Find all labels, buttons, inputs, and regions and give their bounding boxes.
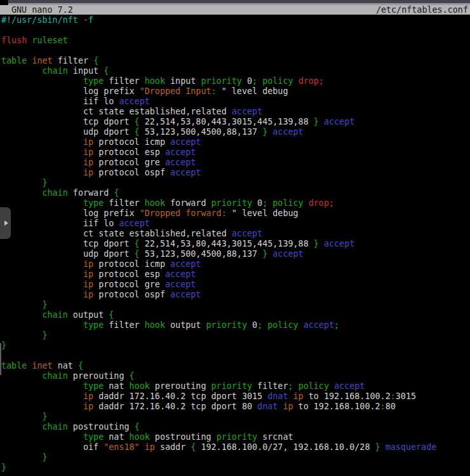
code-line: ip protocol gre accept bbox=[0, 280, 470, 290]
code-line: chain output { bbox=[0, 310, 470, 320]
code-line: type nat hook postrouting priority srcna… bbox=[0, 432, 470, 442]
code-line: ct state established,related accept bbox=[0, 107, 470, 117]
code-line: chain input { bbox=[0, 66, 470, 76]
app-title: GNU nano 7.2 bbox=[0, 5, 73, 15]
code-line: type filter hook output priority 0; poli… bbox=[0, 320, 470, 330]
code-line: tcp dport { 22,514,53,80,443,3015,445,13… bbox=[0, 117, 470, 127]
code-line bbox=[0, 46, 470, 56]
code-line: ip protocol icmp accept bbox=[0, 259, 470, 269]
code-line: log prefix "Dropped Input: " level debug bbox=[0, 86, 470, 97]
scrollbar-remnant bbox=[0, 343, 1, 375]
code-line: } bbox=[0, 452, 470, 463]
code-line: } bbox=[0, 463, 470, 473]
code-line: type filter hook input priority 0; polic… bbox=[0, 76, 470, 86]
nano-titlebar: GNU nano 7.2 /etc/nftables.conf bbox=[0, 5, 470, 15]
file-path: /etc/nftables.conf bbox=[376, 5, 470, 15]
window-corner-notch bbox=[0, 0, 8, 5]
code-line: ip protocol gre accept bbox=[0, 158, 470, 168]
code-line: } bbox=[0, 412, 470, 422]
code-line: } bbox=[0, 341, 470, 351]
code-line: } bbox=[0, 178, 470, 188]
code-line: udp dport { 53,123,500,4500,88,137 } acc… bbox=[0, 249, 470, 259]
code-line bbox=[0, 25, 470, 36]
code-line: ip daddr 172.16.40.2 tcp dport 80 dnat i… bbox=[0, 402, 470, 412]
code-line: udp dport { 53,123,500,4500,88,137 } acc… bbox=[0, 127, 470, 137]
code-line: } bbox=[0, 330, 470, 341]
code-line: } bbox=[0, 300, 470, 310]
code-line: table inet filter { bbox=[0, 56, 470, 66]
code-line: flush ruleset bbox=[0, 36, 470, 46]
chevron-right-icon bbox=[4, 221, 8, 226]
code-line: type nat hook prerouting priority filter… bbox=[0, 381, 470, 391]
code-line: ip protocol ospf accept bbox=[0, 290, 470, 300]
code-line: oif "ens18" ip saddr { 192.168.100.0/27,… bbox=[0, 442, 470, 452]
code-line: log prefix "Dropped forward: " level deb… bbox=[0, 208, 470, 219]
code-line: chain postrouting { bbox=[0, 422, 470, 432]
code-line: ip daddr 172.16.40.2 tcp dport 3015 dnat… bbox=[0, 391, 470, 402]
code-line bbox=[0, 351, 470, 361]
code-line: iif lo accept bbox=[0, 97, 470, 107]
code-line: chain forward { bbox=[0, 188, 470, 198]
code-line: table inet nat { bbox=[0, 361, 470, 371]
side-panel-handle[interactable] bbox=[0, 207, 11, 239]
code-line: chain prerouting { bbox=[0, 371, 470, 381]
code-line: ip protocol esp accept bbox=[0, 147, 470, 158]
code-line: ip protocol ospf accept bbox=[0, 168, 470, 178]
code-line: ip protocol icmp accept bbox=[0, 137, 470, 147]
code-line: ct state established,related accept bbox=[0, 229, 470, 239]
editor-buffer[interactable]: #!/usr/sbin/nft -f flush ruleset table i… bbox=[0, 15, 470, 476]
code-line: type filter hook forward priority 0; pol… bbox=[0, 198, 470, 208]
code-line: iif lo accept bbox=[0, 219, 470, 229]
code-line: #!/usr/sbin/nft -f bbox=[0, 15, 470, 25]
code-line: ip protocol esp accept bbox=[0, 269, 470, 280]
code-line: tcp dport { 22,514,53,80,443,3015,445,13… bbox=[0, 239, 470, 249]
